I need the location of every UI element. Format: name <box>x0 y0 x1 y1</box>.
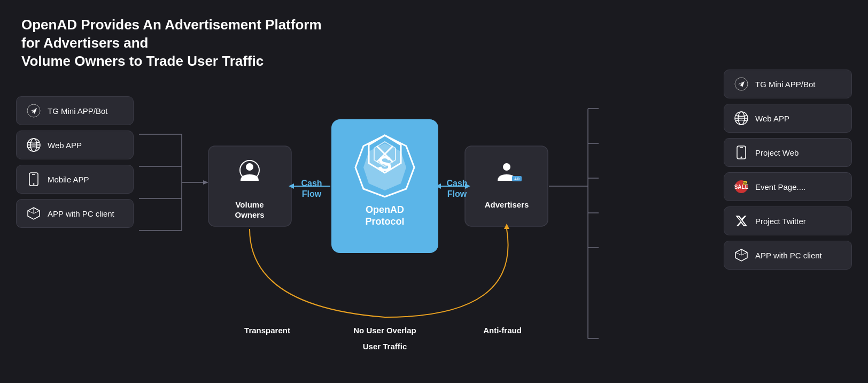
left-box-pc-client: APP with PC client <box>16 199 134 228</box>
svg-point-6 <box>33 183 35 185</box>
svg-text:User Traffic: User Traffic <box>363 342 407 351</box>
right-box-tg-mini: TG Mini APP/Bot <box>724 70 852 98</box>
svg-rect-45 <box>465 146 548 226</box>
title-line1: OpenAD Provides An Advertisement Platfor… <box>21 17 322 51</box>
left-box-pc-label: APP with PC client <box>48 209 114 218</box>
telegram-icon-left <box>26 103 41 118</box>
right-box-event-page-label: Event Page.... <box>755 182 805 192</box>
mobile-icon-right <box>734 145 749 160</box>
cube-icon-right <box>734 248 749 263</box>
right-box-project-twitter: Project Twitter <box>724 206 852 235</box>
svg-text:OpenAD: OpenAD <box>366 204 404 215</box>
right-box-web-app: Web APP <box>724 104 852 133</box>
svg-text:No User Overlap: No User Overlap <box>353 326 416 335</box>
sale-icon-right: SALE % <box>734 179 749 194</box>
svg-text:Anti-fraud: Anti-fraud <box>483 326 522 335</box>
svg-marker-68 <box>504 224 509 229</box>
svg-marker-33 <box>203 180 208 185</box>
left-box-mobile-app: Mobile APP <box>16 165 134 194</box>
right-box-web-app-label: Web APP <box>755 114 789 123</box>
svg-point-46 <box>503 163 510 171</box>
svg-point-17 <box>741 157 742 158</box>
left-boxes: TG Mini APP/Bot Web APP <box>16 96 134 228</box>
svg-text:Advertisers: Advertisers <box>485 200 529 209</box>
svg-line-10 <box>28 211 34 213</box>
svg-text:S: S <box>378 152 392 175</box>
svg-line-26 <box>741 252 747 255</box>
left-box-mobile-label: Mobile APP <box>48 175 89 184</box>
svg-line-11 <box>34 211 40 213</box>
svg-rect-34 <box>208 146 291 226</box>
right-box-event-page: SALE % Event Page.... <box>724 172 852 201</box>
svg-text:Transparent: Transparent <box>244 326 290 335</box>
globe-icon-left <box>26 137 41 152</box>
left-box-tg-mini: TG Mini APP/Bot <box>16 96 134 125</box>
svg-line-41 <box>377 146 393 162</box>
right-box-project-web-label: Project Web <box>755 148 799 157</box>
svg-text:Flow: Flow <box>302 189 322 198</box>
right-box-pc-client: APP with PC client <box>724 241 852 270</box>
right-box-project-twitter-label: Project Twitter <box>755 217 806 226</box>
svg-text:Cash: Cash <box>301 179 322 188</box>
left-box-web-app: Web APP <box>16 131 134 159</box>
main-container: OpenAD Provides An Advertisement Platfor… <box>0 0 868 383</box>
left-box-tg-mini-label: TG Mini APP/Bot <box>48 106 108 116</box>
page-title: OpenAD Provides An Advertisement Platfor… <box>21 16 342 70</box>
svg-text:Owners: Owners <box>235 210 264 219</box>
title-line2: Volume Owners to Trade User Traffic <box>21 53 264 69</box>
svg-point-36 <box>246 163 253 171</box>
svg-text:Flow: Flow <box>447 189 467 198</box>
svg-text:Protocol: Protocol <box>365 216 404 227</box>
svg-line-42 <box>377 146 393 162</box>
left-box-web-app-label: Web APP <box>48 141 82 150</box>
diagram-area: TG Mini APP/Bot Web APP <box>0 70 868 383</box>
svg-rect-47 <box>512 176 522 181</box>
right-boxes: TG Mini APP/Bot Web APP <box>724 70 852 270</box>
telegram-icon-right <box>734 76 749 91</box>
right-box-project-web: Project Web <box>724 138 852 167</box>
svg-marker-53 <box>289 183 294 189</box>
svg-marker-57 <box>465 183 470 189</box>
svg-marker-59 <box>436 183 441 189</box>
svg-rect-39 <box>331 119 438 253</box>
twitter-x-icon-right <box>734 213 749 228</box>
globe-icon-right <box>734 111 749 126</box>
svg-line-25 <box>735 252 741 255</box>
svg-text:AD: AD <box>514 177 520 181</box>
svg-text:Volume: Volume <box>235 200 264 209</box>
svg-point-35 <box>240 160 259 180</box>
mobile-icon-left <box>26 172 41 187</box>
svg-text:Cash: Cash <box>446 179 467 188</box>
cube-icon-left <box>26 206 41 221</box>
svg-text:%: % <box>743 181 747 185</box>
right-box-pc-client-label: APP with PC client <box>755 251 822 260</box>
right-box-tg-mini-label: TG Mini APP/Bot <box>755 80 816 89</box>
